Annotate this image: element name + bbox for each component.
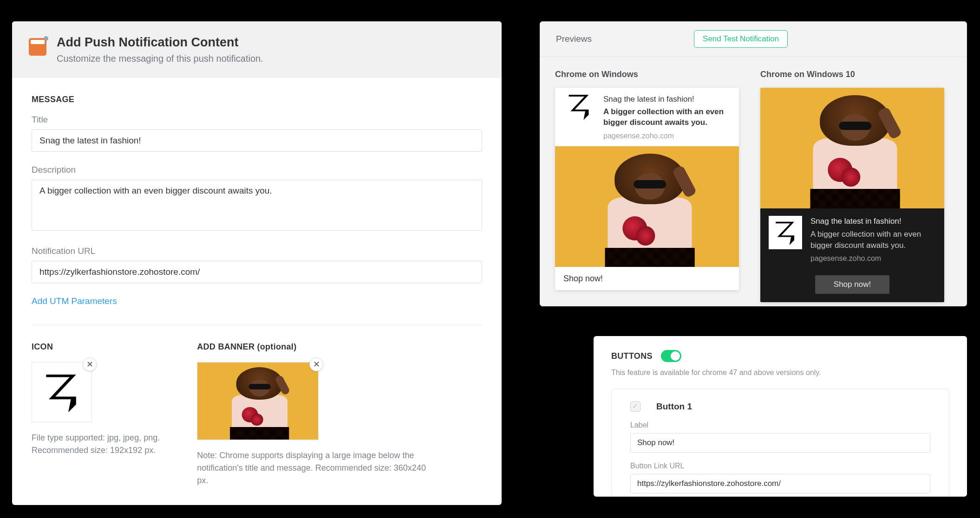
notif-domain: pagesense.zoho.com <box>603 131 731 141</box>
brand-logo-icon <box>769 216 802 249</box>
banner-upload-section: ADD BANNER (optional) ✕ Note: Chrome sup… <box>197 342 482 487</box>
message-section-label: MESSAGE <box>32 95 482 104</box>
notification-card: Snag the latest in fashion! A bigger col… <box>555 88 739 290</box>
content-editor-panel: Add Push Notification Content Customize … <box>12 21 502 505</box>
button1-url-input[interactable] <box>630 474 930 493</box>
banner-hint: Note: Chrome supports displaying a large… <box>197 449 438 487</box>
url-label: Notification URL <box>32 246 482 256</box>
previews-panel: Previews Send Test Notification Chrome o… <box>540 21 967 306</box>
preview-chrome-windows10: Chrome on Windows 10 Snag <box>760 70 944 302</box>
notif-hero-image <box>760 88 944 208</box>
page-title: Add Push Notification Content <box>57 35 263 50</box>
preview-col-title: Chrome on Windows 10 <box>760 70 944 79</box>
banner-section-label: ADD BANNER (optional) <box>197 342 482 352</box>
notif-desc: A bigger collection with an even bigger … <box>603 107 731 128</box>
add-utm-link[interactable]: Add UTM Parameters <box>32 296 482 306</box>
banner-thumbnail[interactable] <box>197 362 319 440</box>
description-field: Description <box>32 165 482 233</box>
url-input[interactable] <box>32 261 482 283</box>
previews-header: Previews Send Test Notification <box>540 22 967 57</box>
button1-url-label: Button Link URL <box>630 462 930 470</box>
title-label: Title <box>32 115 482 125</box>
notif-domain: pagesense.zoho.com <box>810 253 936 264</box>
button1-label-input[interactable] <box>630 433 930 453</box>
preview-col-title: Chrome on Windows <box>555 70 739 79</box>
title-input[interactable] <box>32 130 482 152</box>
previews-title: Previews <box>556 34 592 44</box>
notif-desc: A bigger collection with an even bigger … <box>810 229 936 251</box>
description-label: Description <box>32 165 482 175</box>
preview-chrome-windows: Chrome on Windows Snag the latest in fas… <box>555 70 739 302</box>
buttons-toggle[interactable] <box>661 350 681 362</box>
icon-upload-section: ICON ✕ File type supported: jpg, jpeg, p… <box>32 342 160 487</box>
icon-hint-filetype: File type supported: jpg, jpeg, png. <box>32 432 160 444</box>
send-test-button[interactable]: Send Test Notification <box>694 30 788 48</box>
remove-icon-button[interactable]: ✕ <box>83 357 97 371</box>
brand-logo-icon <box>563 94 595 119</box>
notif-action[interactable]: Shop now! <box>555 267 739 290</box>
button1-label-label: Label <box>630 421 930 429</box>
notif-title: Snag the latest in fashion! <box>810 216 936 227</box>
button1-header: Button 1 <box>656 401 692 412</box>
notif-action-button[interactable]: Shop now! <box>815 275 889 294</box>
notification-card: Snag the latest in fashion! A bigger col… <box>760 88 944 302</box>
notif-hero-image <box>555 146 739 267</box>
icon-thumbnail[interactable] <box>32 362 92 422</box>
button1-checkbox[interactable] <box>630 401 640 412</box>
editor-header: Add Push Notification Content Customize … <box>12 21 502 78</box>
divider <box>32 325 482 325</box>
notif-title: Snag the latest in fashion! <box>603 94 731 105</box>
buttons-panel: BUTTONS This feature is available for ch… <box>594 336 967 497</box>
buttons-section-label: BUTTONS <box>611 351 653 361</box>
description-input[interactable] <box>32 180 482 231</box>
url-field: Notification URL <box>32 246 482 283</box>
page-subtitle: Customize the messaging of this push not… <box>57 53 263 64</box>
button1-config: Button 1 Label Button Link URL <box>611 389 949 497</box>
icon-section-label: ICON <box>32 342 160 352</box>
remove-banner-button[interactable]: ✕ <box>309 357 323 371</box>
close-icon: ✕ <box>313 359 320 369</box>
notification-icon <box>29 38 46 56</box>
close-icon: ✕ <box>86 359 93 369</box>
buttons-hint: This feature is available for chrome 47 … <box>611 369 949 377</box>
icon-hint-size: Recommended size: 192x192 px. <box>32 444 160 457</box>
title-field: Title <box>32 115 482 152</box>
